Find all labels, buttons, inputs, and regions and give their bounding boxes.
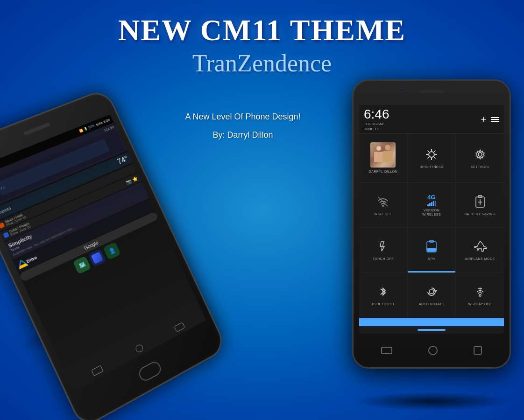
camera-icon: 📷 xyxy=(125,178,132,185)
svg-point-12 xyxy=(478,153,482,156)
qs-tile-torch[interactable]: TORCH OFF xyxy=(359,228,407,272)
phone-right-home-area xyxy=(354,334,510,367)
phone-left: 📶 🔋 52% 52% 3:09 Wed Thu 111 92 7 3 xyxy=(0,88,227,420)
qs-date: JUNE 12 xyxy=(364,127,389,131)
battery-saving-icon xyxy=(475,195,485,210)
svg-point-3 xyxy=(429,152,434,157)
qs-tile-verizon[interactable]: 4G VERIZONWIRELESS xyxy=(408,183,456,227)
qs-tile-user[interactable]: DARRYL DILLON xyxy=(359,133,407,182)
svg-rect-17 xyxy=(431,202,432,206)
drive-label: Drive xyxy=(26,255,38,264)
battery-saving-label: BATTERY SAVING xyxy=(464,212,495,216)
qs-tile-settings[interactable]: SETTINGS xyxy=(456,133,504,182)
qs-bottom-strip xyxy=(359,318,504,326)
nav-recent-left xyxy=(174,322,185,332)
battery-bar xyxy=(408,271,456,273)
qs-time: 6:46 xyxy=(364,108,389,121)
autorotate-icon xyxy=(425,285,438,300)
qs-tile-wifi-ap[interactable]: WI-FI AP OFF xyxy=(456,273,504,317)
brightness-icon xyxy=(425,148,438,163)
qs-menu-icon[interactable] xyxy=(491,117,499,122)
person2-body xyxy=(382,151,393,162)
app-icon-2-bg xyxy=(91,252,103,264)
qs-tile-battery-saving[interactable]: BATTERY SAVING xyxy=(456,183,504,227)
wifi-icon xyxy=(376,195,389,210)
svg-line-10 xyxy=(434,150,436,152)
menu-line-2 xyxy=(491,119,499,120)
svg-rect-25 xyxy=(430,240,433,242)
qs-header-right: + xyxy=(481,115,499,124)
qs-tile-brightness[interactable]: BRIGHTNESS xyxy=(408,133,456,182)
4g-label: 4G xyxy=(427,194,435,200)
nav-recent-right xyxy=(474,346,482,355)
menu-line-3 xyxy=(491,121,499,122)
svg-rect-27 xyxy=(430,290,433,294)
user-label: DARRYL DILLON xyxy=(368,169,397,174)
qs-plus-icon[interactable]: + xyxy=(481,115,486,124)
person1 xyxy=(374,146,383,165)
wifi-label: WI-FI OFF xyxy=(375,212,392,216)
svg-rect-15 xyxy=(427,204,429,206)
app-icon-3: 👤 xyxy=(103,242,121,260)
airplane-label: AIRPLANE MODE xyxy=(465,257,495,261)
qs-tile-battery-pct[interactable]: 57% xyxy=(408,228,456,272)
nav-back-right xyxy=(381,347,392,354)
sub-title: TranZendence xyxy=(0,49,524,77)
settings-icon xyxy=(474,148,487,163)
phone-right: 6:46 THURSDAY JUNE 12 + xyxy=(352,79,511,369)
weather-temp: 74° xyxy=(116,154,129,166)
svg-rect-18 xyxy=(433,201,434,206)
bluetooth-icon xyxy=(378,285,388,300)
person1-body xyxy=(374,152,383,162)
qs-tile-bluetooth[interactable]: BLUETOOTH xyxy=(359,273,407,317)
phones-container: 📶 🔋 52% 52% 3:09 Wed Thu 111 92 7 3 xyxy=(0,75,524,420)
nav-home-left xyxy=(135,343,144,354)
phone-left-home xyxy=(137,359,163,383)
svg-line-8 xyxy=(427,150,429,152)
weather-location: Sarasota xyxy=(0,206,12,217)
phone-right-camera xyxy=(400,88,404,92)
qs-header: 6:46 THURSDAY JUNE 12 + xyxy=(359,105,504,133)
svg-point-13 xyxy=(382,205,384,207)
menu-line-1 xyxy=(491,117,499,118)
svg-rect-19 xyxy=(435,201,436,206)
qs-tile-autorotate[interactable]: AUTO ROTATE xyxy=(408,273,456,317)
app-icon-1: 🗺️ xyxy=(73,256,92,274)
phone-left-speaker xyxy=(23,122,51,136)
wifi-ap-icon xyxy=(474,285,487,300)
svg-rect-21 xyxy=(478,196,482,197)
autorotate-label: AUTO ROTATE xyxy=(419,302,444,306)
wifi-ap-label: WI-FI AP OFF xyxy=(468,302,492,306)
qs-grid: DARRYL DILLON xyxy=(359,133,504,317)
person1-head xyxy=(376,146,381,151)
phone-left-body: 📶 🔋 52% 52% 3:09 Wed Thu 111 92 7 3 xyxy=(0,88,227,420)
person2 xyxy=(382,145,393,164)
user-photo xyxy=(370,142,396,168)
nav-bar-left xyxy=(69,310,205,389)
header-section: NEW CM11 THEME TranZendence xyxy=(0,0,524,77)
battery-pct-icon xyxy=(426,240,437,255)
scroll-indicator-bar xyxy=(418,329,446,331)
torch-icon xyxy=(377,240,389,255)
verizon-label: VERIZONWIRELESS xyxy=(422,208,441,217)
verizon-icon: 4G xyxy=(427,194,436,206)
weather-info: Sarasota xyxy=(0,206,12,217)
bluetooth-label: BLUETOOTH xyxy=(372,302,394,306)
settings-label: SETTINGS xyxy=(471,165,489,169)
right-screen-content: 6:46 THURSDAY JUNE 12 + xyxy=(359,105,504,334)
main-title: NEW CM11 THEME xyxy=(0,13,524,48)
qs-day: THURSDAY xyxy=(364,122,389,126)
qs-tile-airplane[interactable]: AIRPLANE MODE xyxy=(456,228,504,272)
svg-point-28 xyxy=(479,294,481,296)
brightness-label: BRIGHTNESS xyxy=(420,165,444,169)
svg-line-11 xyxy=(427,157,429,158)
qs-scroll-indicator xyxy=(359,326,504,334)
phone-right-body: 6:46 THURSDAY JUNE 12 + xyxy=(352,79,511,369)
phone-right-shadow xyxy=(352,392,511,411)
qs-tile-wifi[interactable]: WI-FI OFF xyxy=(359,183,407,227)
qs-time-block: 6:46 THURSDAY JUNE 12 xyxy=(364,108,389,131)
app-icon-2 xyxy=(88,249,106,267)
bookmark-icon: ⭐ xyxy=(131,175,138,182)
airplane-icon xyxy=(474,240,487,255)
user-photo-bg xyxy=(370,142,396,168)
